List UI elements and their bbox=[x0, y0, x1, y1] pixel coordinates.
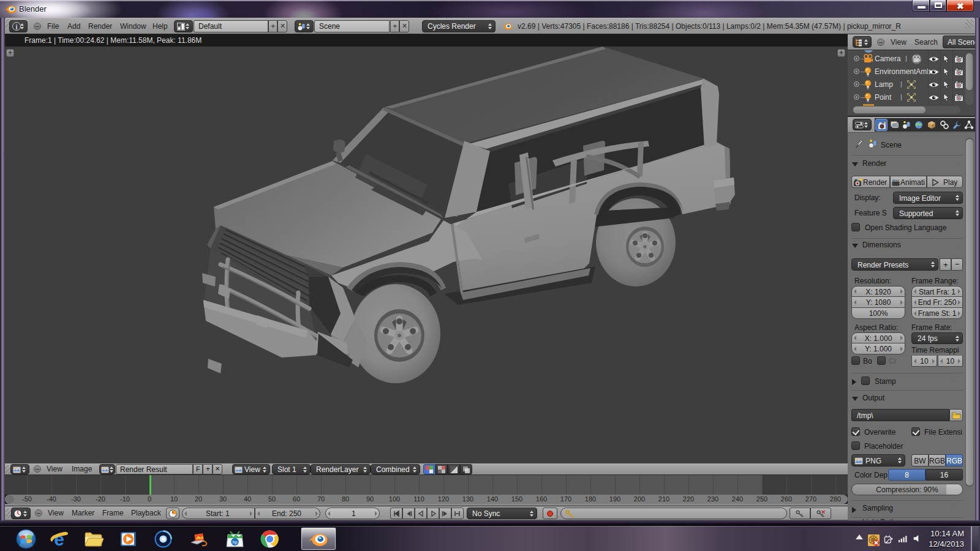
svg-text:e: e bbox=[54, 529, 64, 549]
svg-text:hp: hp bbox=[233, 540, 238, 545]
